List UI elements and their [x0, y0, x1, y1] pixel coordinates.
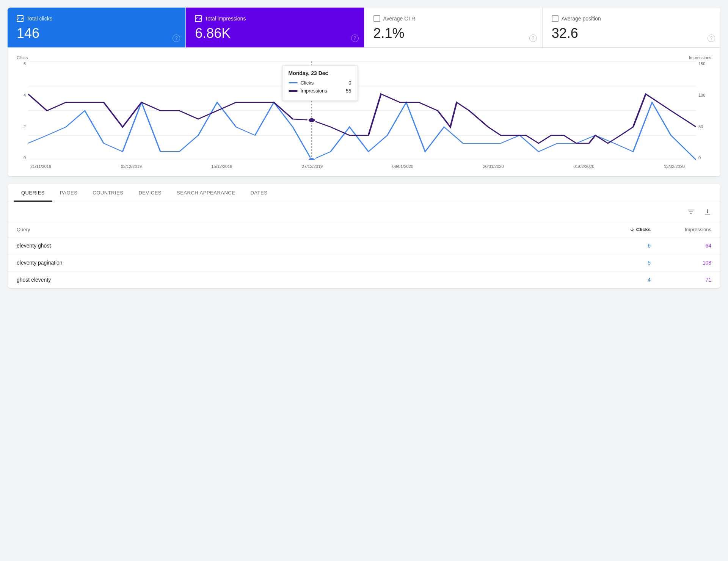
checkbox-impressions: ✓ [195, 15, 202, 22]
table-row[interactable]: eleventy ghost 6 64 [8, 237, 720, 254]
filter-button[interactable] [684, 205, 698, 219]
row-impressions-0: 64 [651, 243, 711, 249]
tooltip-impressions-icon [289, 90, 298, 92]
row-impressions-1: 108 [651, 260, 711, 266]
col-header-clicks[interactable]: Clicks [590, 227, 651, 232]
chart-area: 6 4 2 0 [17, 61, 711, 161]
metric-total-clicks[interactable]: ✓ Total clicks 146 ? [8, 8, 186, 47]
metric-label-clicks: ✓ Total clicks [17, 15, 176, 22]
row-query-1: eleventy pagination [17, 260, 590, 266]
tooltip-impressions-label: Impressions [301, 88, 327, 94]
metric-total-impressions[interactable]: ✓ Total impressions 6.86K ? [186, 8, 364, 47]
table-card: QUERIES PAGES COUNTRIES DEVICES SEARCH A… [8, 184, 720, 288]
y-ticks-left: 6 4 2 0 [17, 61, 28, 160]
metric-value-clicks: 146 [17, 25, 176, 41]
row-clicks-2: 4 [590, 277, 651, 283]
tooltip-dot-clicks [308, 158, 315, 160]
metric-average-position[interactable]: Average position 32.6 ? [543, 8, 720, 47]
table-row[interactable]: eleventy pagination 5 108 [8, 254, 720, 271]
tooltip-impressions-row: Impressions 55 [289, 88, 351, 94]
y-axis-left-label: Clicks [17, 55, 36, 60]
help-icon-ctr[interactable]: ? [529, 34, 537, 42]
row-query-0: eleventy ghost [17, 243, 590, 249]
tooltip-date: Monday, 23 Dec [289, 70, 351, 76]
row-clicks-1: 5 [590, 260, 651, 266]
table-toolbar [8, 202, 720, 222]
row-impressions-2: 71 [651, 277, 711, 283]
metric-label-impressions: ✓ Total impressions [195, 15, 355, 22]
filter-icon [687, 208, 695, 216]
metric-value-impressions: 6.86K [195, 25, 355, 41]
tooltip-clicks-icon [289, 82, 298, 83]
x-axis-labels: 21/11/2019 03/12/2019 15/12/2019 27/12/2… [30, 164, 685, 169]
tooltip-impressions-value: 55 [340, 88, 351, 94]
help-icon-clicks[interactable]: ? [173, 34, 180, 42]
tab-countries[interactable]: COUNTRIES [85, 184, 131, 202]
tab-bar: QUERIES PAGES COUNTRIES DEVICES SEARCH A… [8, 184, 720, 202]
y-ticks-right: 150 100 50 0 [696, 61, 711, 160]
metric-average-ctr[interactable]: Average CTR 2.1% ? [364, 8, 543, 47]
tab-search-appearance[interactable]: SEARCH APPEARANCE [169, 184, 243, 202]
metric-label-position: Average position [552, 15, 711, 22]
help-icon-position[interactable]: ? [708, 34, 715, 42]
metric-value-position: 32.6 [552, 25, 711, 41]
tooltip-dot-impressions [308, 118, 315, 122]
col-header-query: Query [17, 227, 590, 232]
metric-tiles: ✓ Total clicks 146 ? ✓ Total impressions… [8, 8, 720, 48]
tooltip-clicks-row: Clicks 0 [289, 80, 351, 86]
tooltip-clicks-value: 0 [340, 80, 351, 86]
chart-svg [28, 61, 696, 160]
metric-label-ctr: Average CTR [373, 15, 533, 22]
download-icon [704, 208, 711, 216]
table-header: Query Clicks Impressions [8, 222, 720, 237]
main-card: ✓ Total clicks 146 ? ✓ Total impressions… [8, 8, 720, 176]
table-row[interactable]: ghost eleventy 4 71 [8, 271, 720, 288]
tab-dates[interactable]: DATES [243, 184, 275, 202]
chart-tooltip: Monday, 23 Dec Clicks 0 Impressions [282, 65, 358, 101]
download-button[interactable] [701, 205, 714, 219]
row-clicks-0: 6 [590, 243, 651, 249]
sort-icon [629, 227, 635, 232]
chart-svg-container: Monday, 23 Dec Clicks 0 Impressions [28, 61, 696, 161]
tab-devices[interactable]: DEVICES [131, 184, 169, 202]
chart-container: Clicks Impressions 6 4 2 0 [8, 48, 720, 176]
tab-queries[interactable]: QUERIES [14, 184, 52, 202]
help-icon-impressions[interactable]: ? [351, 34, 359, 42]
tab-pages[interactable]: PAGES [52, 184, 85, 202]
col-header-impressions: Impressions [651, 227, 711, 232]
metric-value-ctr: 2.1% [373, 25, 533, 41]
row-query-2: ghost eleventy [17, 277, 590, 283]
y-axis-right-label: Impressions [681, 55, 711, 60]
checkbox-clicks: ✓ [17, 15, 24, 22]
checkbox-position [552, 15, 559, 22]
checkbox-ctr [373, 15, 380, 22]
tooltip-clicks-label: Clicks [301, 80, 314, 86]
